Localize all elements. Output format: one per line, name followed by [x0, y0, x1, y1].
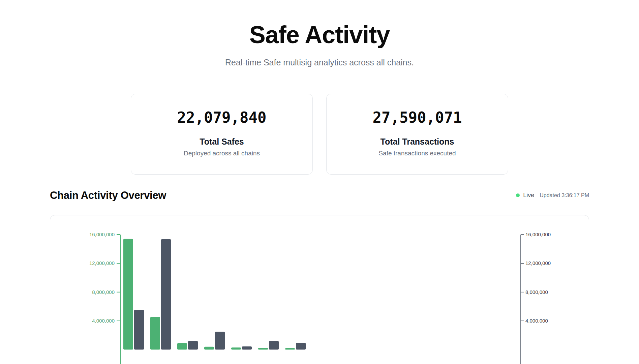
bar-transactions-2[interactable]: [188, 341, 198, 350]
bar-safes-1[interactable]: [150, 317, 160, 350]
stats-row: 22,079,840 Total Safes Deployed across a…: [50, 94, 589, 175]
total-transactions-description: Safe transactions executed: [327, 150, 508, 157]
bar-transactions-4[interactable]: [242, 346, 252, 350]
page-title: Safe Activity: [50, 21, 589, 49]
total-safes-label: Total Safes: [131, 137, 312, 147]
bar-safes-0[interactable]: [123, 239, 133, 350]
page-subtitle: Real-time Safe multisig analytics across…: [50, 58, 589, 67]
bar-safes-3[interactable]: [204, 347, 214, 350]
bar-transactions-6[interactable]: [296, 343, 306, 350]
left-axis-tick-label: 4,000,000: [92, 318, 115, 324]
hero-header: Safe Activity Real-time Safe multisig an…: [50, 0, 589, 67]
left-axis-tick-label: 12,000,000: [89, 260, 115, 266]
bar-transactions-5[interactable]: [269, 341, 279, 350]
left-axis-tick-label: 16,000,000: [89, 232, 115, 237]
stat-card-total-safes: 22,079,840 Total Safes Deployed across a…: [131, 94, 313, 175]
live-label: Live: [523, 192, 534, 199]
live-status-group: Live Updated 3:36:17 PM: [516, 192, 589, 199]
right-axis-tick-label: 4,000,000: [525, 318, 548, 324]
right-axis-tick-label: 16,000,000: [525, 232, 551, 237]
chain-activity-chart-card: 16,000,00016,000,00012,000,00012,000,000…: [50, 215, 589, 364]
right-axis-tick-label: 12,000,000: [525, 260, 551, 266]
bar-safes-2[interactable]: [177, 343, 187, 350]
total-safes-description: Deployed across all chains: [131, 150, 312, 157]
live-dot-icon: [516, 193, 520, 197]
chart-section-header: Chain Activity Overview Live Updated 3:3…: [50, 189, 589, 202]
bar-transactions-3[interactable]: [215, 332, 225, 350]
chain-activity-bar-chart[interactable]: 16,000,00016,000,00012,000,00012,000,000…: [50, 215, 589, 364]
chart-section-title: Chain Activity Overview: [50, 189, 166, 202]
page-container: Safe Activity Real-time Safe multisig an…: [50, 0, 589, 364]
right-axis-tick-label: 8,000,000: [525, 289, 548, 295]
bar-safes-5[interactable]: [258, 348, 268, 350]
bar-transactions-0[interactable]: [134, 310, 144, 350]
bar-safes-4[interactable]: [231, 347, 241, 350]
left-axis-tick-label: 8,000,000: [92, 289, 115, 295]
total-transactions-value: 27,590,071: [327, 109, 508, 126]
stat-card-total-transactions: 27,590,071 Total Transactions Safe trans…: [326, 94, 508, 175]
total-safes-value: 22,079,840: [131, 109, 312, 126]
bar-transactions-1[interactable]: [161, 239, 171, 350]
updated-timestamp: Updated 3:36:17 PM: [540, 192, 589, 199]
total-transactions-label: Total Transactions: [327, 137, 508, 147]
bar-safes-6[interactable]: [285, 348, 295, 350]
